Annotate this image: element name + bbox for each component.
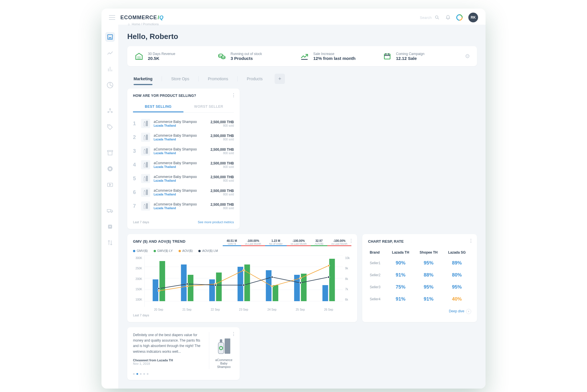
svg-point-19 [221,56,225,58]
selling-range: Last 7 days [133,220,149,224]
svg-point-53 [214,284,216,286]
nav-store-icon[interactable] [105,32,115,42]
svg-rect-39 [273,285,278,301]
svg-rect-65 [144,150,146,154]
svg-point-44 [158,290,160,292]
svg-rect-33 [188,275,193,301]
kpi-row: 30 Days Revenue20.5K Running out of stoc… [127,46,477,66]
svg-rect-77 [144,205,146,209]
product-row[interactable]: 6aCommerce Baby ShampooLazada Thailand2,… [133,185,234,199]
svg-rect-63 [144,135,145,136]
see-more-link[interactable]: See more product metrics [198,220,234,224]
review-date: Nov 1, 2018 [133,362,203,365]
menu-toggle[interactable] [109,15,115,20]
nav-pie-icon[interactable] [105,80,115,90]
chart-title: GMV ($) AND AOV($) TREND [133,239,185,244]
nav-truck-icon[interactable] [105,206,115,215]
brand-ring-icon[interactable] [455,13,464,22]
svg-rect-81 [220,339,222,342]
rate-title: CHART RESP, RATE [368,239,471,244]
svg-point-54 [243,284,245,286]
svg-rect-34 [209,279,215,301]
table-row: Seller375%95%95% [369,281,471,293]
svg-point-51 [158,288,160,290]
product-row[interactable]: 1aCommerce Baby ShampooLazada Thailand2,… [133,117,234,130]
tab-best-selling[interactable]: BEST SELLING [133,102,183,112]
avatar[interactable]: RK [468,13,478,22]
product-row[interactable]: 2aCommerce Baby ShampooLazada Thailand2,… [133,130,234,144]
review-card: ⋮ Definitely one of the best diapers val… [127,327,240,380]
bell-icon[interactable] [445,15,451,20]
tab-promotions[interactable]: Promotions [201,74,234,83]
card-menu-icon[interactable]: ⋮ [469,238,473,244]
svg-rect-58 [146,121,148,126]
svg-point-56 [299,282,301,284]
response-rate-card: ⋮ CHART RESP, RATE BrandLazada THShopee … [362,234,477,322]
svg-rect-35 [216,273,222,301]
svg-rect-64 [146,148,148,154]
svg-rect-9 [107,150,113,152]
svg-point-5 [109,109,111,110]
nav-share-icon[interactable] [105,106,115,116]
search-input[interactable]: Search [420,15,440,20]
chart-plot [144,255,343,307]
svg-rect-67 [146,162,148,167]
svg-point-0 [435,16,438,18]
greeting-title: Hello, Roberto [127,32,477,41]
tab-marketing[interactable]: Marketing [127,74,159,83]
nav-tag-icon[interactable] [105,122,115,132]
nav-star-icon[interactable] [105,164,115,174]
svg-point-50 [328,265,330,267]
table-row: Seller190%95%89% [369,257,471,269]
svg-point-55 [271,276,273,278]
brand-text: ECOMMERCE [120,15,157,21]
nav-badge-icon[interactable] [105,222,115,232]
nav-sort-icon[interactable] [105,238,115,248]
svg-point-48 [271,285,273,287]
svg-rect-32 [181,264,187,301]
calendar-icon [382,51,392,61]
review-product-name: aCommerce Baby Shampoo [214,358,234,369]
svg-rect-42 [322,285,328,301]
svg-point-8 [109,126,109,126]
table-row: Seller491%91%40% [369,293,471,305]
tab-worst-seller[interactable]: WORST SELLER [183,102,234,112]
gear-icon[interactable]: ⚙ [465,53,470,60]
svg-rect-73 [146,189,148,195]
svg-rect-61 [146,134,148,140]
nav-bars-icon[interactable] [105,64,115,74]
product-selling-card: ⋮ HOW ARE YOR PRODUCT SELLING? BEST SELL… [127,89,240,229]
nav-trend-icon[interactable] [105,48,115,58]
selling-title: HOW ARE YOR PRODUCT SELLING? [133,94,234,98]
product-row[interactable]: 7aCommerce Baby ShampooLazada Thailand2,… [133,199,234,213]
brand-logo[interactable]: ECOMMERCE IQ [120,15,164,21]
nav-video-icon[interactable] [105,180,115,190]
tab-store-ops[interactable]: Store Ops [165,74,195,83]
nav-archive-icon[interactable] [105,148,115,158]
legend-aov: AOV($) [179,249,193,252]
svg-rect-78 [144,204,145,205]
product-row[interactable]: 3aCommerce Baby ShampooLazada Thailand2,… [133,144,234,158]
chart-footer: Last 7 days [133,313,351,317]
card-menu-icon[interactable]: ⋮ [349,238,353,244]
tab-products[interactable]: Products [240,74,269,83]
breadcrumb[interactable]: ⌂ Home / Promotions [128,22,159,26]
review-author: Cheawwet from Lazada TH [133,358,203,362]
coins-icon [217,51,227,61]
deep-dive-link[interactable]: Deep dive› [449,309,471,313]
svg-rect-66 [144,149,145,150]
svg-rect-70 [146,176,148,181]
card-menu-icon[interactable]: ⋮ [231,331,236,337]
svg-rect-43 [329,259,335,301]
carousel-dots[interactable] [133,373,234,375]
svg-point-47 [243,269,245,271]
svg-rect-68 [144,164,146,167]
svg-rect-60 [144,121,145,122]
product-row[interactable]: 5aCommerce Baby ShampooLazada Thailand2,… [133,172,234,185]
product-row[interactable]: 4aCommerce Baby ShampooLazada Thailand2,… [133,158,234,172]
card-menu-icon[interactable]: ⋮ [231,93,236,98]
svg-point-49 [299,277,301,279]
svg-rect-72 [144,177,145,177]
svg-rect-59 [144,122,146,126]
tab-add-button[interactable]: + [275,74,285,84]
